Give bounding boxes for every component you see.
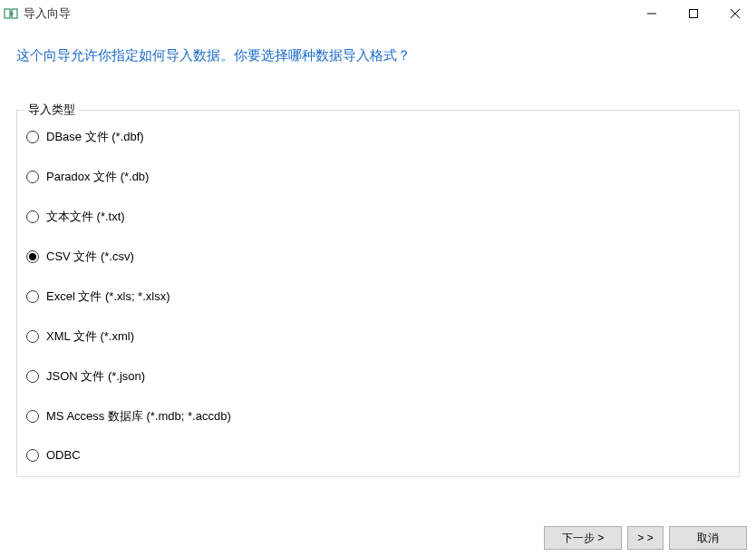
window-controls (631, 0, 756, 27)
radio-option-3[interactable]: CSV 文件 (*.csv) (26, 249, 730, 265)
window-title: 导入向导 (24, 5, 631, 22)
radio-icon (26, 449, 39, 462)
maximize-button[interactable] (673, 0, 714, 27)
group-legend: 导入类型 (24, 102, 79, 118)
radio-option-1[interactable]: Paradox 文件 (*.db) (26, 169, 730, 185)
radio-icon (26, 250, 39, 263)
radio-label: 文本文件 (*.txt) (46, 209, 125, 225)
skip-button[interactable]: > > (627, 526, 664, 550)
radio-label: Excel 文件 (*.xls; *.xlsx) (46, 288, 170, 305)
radio-icon (26, 290, 39, 303)
radio-icon (26, 131, 39, 143)
cancel-button[interactable]: 取消 (669, 526, 747, 550)
wizard-footer: 下一步 > > > 取消 (544, 526, 747, 550)
next-button[interactable]: 下一步 > (544, 526, 622, 550)
minimize-button[interactable] (631, 0, 673, 27)
radio-option-0[interactable]: DBase 文件 (*.dbf) (26, 129, 730, 145)
radio-label: XML 文件 (*.xml) (46, 328, 134, 345)
radio-label: CSV 文件 (*.csv) (46, 249, 134, 265)
svg-rect-0 (5, 9, 10, 18)
import-type-group: 导入类型 DBase 文件 (*.dbf)Paradox 文件 (*.db)文本… (16, 110, 740, 477)
radio-option-8[interactable]: ODBC (26, 448, 730, 462)
radio-option-2[interactable]: 文本文件 (*.txt) (26, 209, 730, 225)
radio-option-7[interactable]: MS Access 数据库 (*.mdb; *.accdb) (26, 408, 730, 425)
close-button[interactable] (714, 0, 756, 27)
radio-icon (26, 370, 39, 383)
app-icon (4, 6, 18, 21)
radio-list: DBase 文件 (*.dbf)Paradox 文件 (*.db)文本文件 (*… (26, 127, 730, 462)
radio-icon (26, 171, 39, 183)
radio-label: Paradox 文件 (*.db) (46, 169, 149, 185)
radio-option-6[interactable]: JSON 文件 (*.json) (26, 368, 730, 385)
titlebar: 导入向导 (0, 0, 756, 27)
radio-label: MS Access 数据库 (*.mdb; *.accdb) (46, 408, 231, 425)
radio-label: DBase 文件 (*.dbf) (46, 129, 144, 145)
radio-icon (26, 330, 39, 343)
radio-label: JSON 文件 (*.json) (46, 368, 145, 385)
wizard-instruction: 这个向导允许你指定如何导入数据。你要选择哪种数据导入格式？ (0, 27, 756, 64)
radio-icon (26, 410, 39, 423)
radio-label: ODBC (46, 448, 81, 462)
radio-option-4[interactable]: Excel 文件 (*.xls; *.xlsx) (26, 288, 730, 305)
radio-option-5[interactable]: XML 文件 (*.xml) (26, 328, 730, 345)
radio-icon (26, 210, 39, 223)
svg-rect-3 (690, 10, 698, 18)
